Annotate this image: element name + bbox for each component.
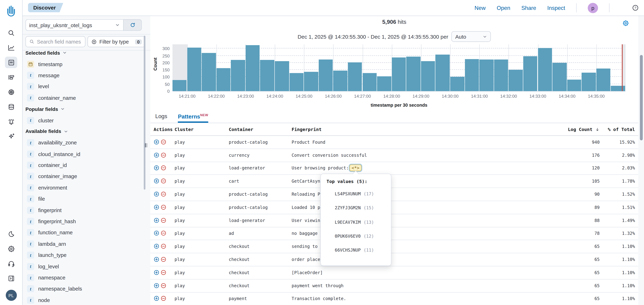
field-item-level[interactable]: tlevel: [22, 81, 146, 92]
refresh-button[interactable]: [123, 19, 142, 31]
include-pattern-button[interactable]: [154, 296, 160, 302]
histogram-bar[interactable]: [202, 53, 216, 91]
nav-logs-icon[interactable]: [5, 57, 17, 68]
col-header-log-count[interactable]: Log Count: [542, 124, 600, 136]
app-logo-icon[interactable]: [5, 5, 17, 17]
section-header-popular-fields[interactable]: Popular fields: [22, 103, 146, 115]
field-item-environment[interactable]: tenvironment: [22, 182, 146, 193]
nav-database-icon[interactable]: [5, 101, 17, 112]
exclude-pattern-button[interactable]: [160, 296, 166, 302]
histogram-bar[interactable]: [377, 76, 391, 91]
exclude-pattern-button[interactable]: [160, 204, 166, 210]
include-pattern-button[interactable]: [154, 257, 160, 262]
field-search-input[interactable]: Search field names: [26, 36, 86, 47]
nav-gear-icon[interactable]: [5, 243, 17, 254]
account-avatar[interactable]: p: [588, 3, 598, 13]
histogram-bar[interactable]: [260, 60, 274, 91]
include-pattern-button[interactable]: [154, 191, 160, 197]
histogram-bar[interactable]: [523, 56, 537, 91]
include-pattern-button[interactable]: [154, 230, 160, 236]
open-link[interactable]: Open: [497, 5, 510, 11]
histogram-bar[interactable]: [494, 60, 508, 91]
histogram-bar[interactable]: [465, 59, 479, 91]
field-item-timestamp[interactable]: timestamp: [22, 58, 146, 70]
histogram-bar[interactable]: [436, 54, 450, 91]
section-header-selected-fields[interactable]: Selected fields: [22, 47, 146, 58]
histogram-bar[interactable]: [582, 73, 596, 91]
include-pattern-button[interactable]: [154, 204, 160, 210]
field-item-lambda_arn[interactable]: tlambda_arn: [22, 238, 146, 250]
chart-options-gear-icon[interactable]: [622, 20, 629, 27]
field-item-function_name[interactable]: tfunction_name: [22, 227, 146, 238]
top-value-item[interactable]: 2ZYFJ3GM2N(15): [335, 205, 374, 210]
index-pattern-select[interactable]: inst_play_uksntr_otel_logs: [26, 19, 123, 31]
histogram-bar[interactable]: [421, 61, 435, 91]
nav-search-icon[interactable]: [5, 27, 17, 39]
histogram-bar[interactable]: [392, 57, 406, 91]
nav-bell-icon[interactable]: [5, 116, 17, 127]
field-item-container_id[interactable]: tcontainer_id: [22, 160, 146, 171]
histogram-bar[interactable]: [348, 62, 362, 91]
exclude-pattern-button[interactable]: [160, 230, 166, 236]
pattern-token[interactable]: <*>: [350, 165, 361, 171]
histogram-bar[interactable]: [611, 86, 625, 91]
nav-moon-icon[interactable]: [5, 228, 17, 240]
section-header-available-fields[interactable]: Available fields: [22, 126, 146, 137]
histogram-bar[interactable]: [480, 59, 494, 91]
exclude-pattern-button[interactable]: [160, 244, 166, 249]
exclude-pattern-button[interactable]: [160, 139, 166, 145]
exclude-pattern-button[interactable]: [160, 191, 166, 197]
field-item-namespace_labels[interactable]: tnamespace_labels: [22, 283, 146, 295]
field-item-node[interactable]: tnode: [22, 295, 146, 305]
top-value-item[interactable]: LS4PSXUNUM(17): [335, 191, 374, 196]
histogram-bar[interactable]: [538, 48, 552, 91]
discover-tag[interactable]: Discover: [28, 3, 63, 12]
include-pattern-button[interactable]: [154, 270, 160, 275]
field-item-log_level[interactable]: tlog_level: [22, 261, 146, 272]
top-value-item[interactable]: 66VCHSJNUP(11): [335, 248, 374, 253]
sidebar-resize-handle[interactable]: [145, 143, 147, 147]
top-value-item[interactable]: L9ECAV7KIM(13): [335, 219, 374, 224]
page-scrollbar-thumb[interactable]: [640, 55, 642, 140]
nav-traces-icon[interactable]: [5, 71, 17, 83]
inspect-link[interactable]: Inspect: [547, 5, 565, 11]
sidebar-scrollbar[interactable]: [144, 36, 146, 190]
nav-panel-collapse-icon[interactable]: [5, 273, 17, 284]
histogram-bar[interactable]: [246, 45, 260, 91]
user-avatar[interactable]: PL: [6, 290, 16, 301]
histogram-bar[interactable]: [362, 73, 376, 91]
histogram-bar[interactable]: [289, 73, 304, 91]
histogram-bar[interactable]: [304, 72, 318, 91]
histogram-bar[interactable]: [231, 60, 245, 91]
field-item-fingerprint[interactable]: tfingerprint: [22, 205, 146, 216]
exclude-pattern-button[interactable]: [160, 178, 166, 184]
field-item-file[interactable]: tfile: [22, 193, 146, 205]
tab-patterns[interactable]: PatternsNEW: [178, 113, 208, 123]
histogram-bar[interactable]: [216, 68, 230, 91]
share-link[interactable]: Share: [522, 5, 536, 11]
help-icon[interactable]: ?: [632, 4, 639, 11]
field-item-container_name[interactable]: tcontainer_name: [22, 92, 146, 103]
histogram-bar[interactable]: [567, 79, 581, 91]
tab-logs[interactable]: Logs: [155, 113, 167, 123]
include-pattern-button[interactable]: [154, 178, 160, 184]
histogram-bar[interactable]: [509, 70, 523, 91]
nav-kubernetes-icon[interactable]: [5, 86, 17, 98]
exclude-pattern-button[interactable]: [160, 270, 166, 275]
nav-line-chart-icon[interactable]: [5, 42, 17, 53]
field-item-cloud_instance_id[interactable]: tcloud_instance_id: [22, 148, 146, 160]
include-pattern-button[interactable]: [154, 165, 160, 171]
field-item-message[interactable]: tmessage: [22, 70, 146, 81]
field-item-launch_type[interactable]: tlaunch_type: [22, 250, 146, 261]
exclude-pattern-button[interactable]: [160, 257, 166, 262]
exclude-pattern-button[interactable]: [160, 152, 166, 158]
nav-sparkle-icon[interactable]: [5, 130, 17, 142]
histogram-bar[interactable]: [596, 68, 610, 91]
histogram-bar[interactable]: [450, 77, 464, 91]
top-value-item[interactable]: 0PUK6V6EV0(12): [335, 233, 374, 238]
exclude-pattern-button[interactable]: [160, 283, 166, 289]
histogram-bar[interactable]: [552, 63, 566, 91]
field-item-fingerprint_hash[interactable]: tfingerprint_hash: [22, 216, 146, 227]
histogram-bar[interactable]: [275, 61, 289, 91]
histogram-bar[interactable]: [406, 57, 420, 91]
